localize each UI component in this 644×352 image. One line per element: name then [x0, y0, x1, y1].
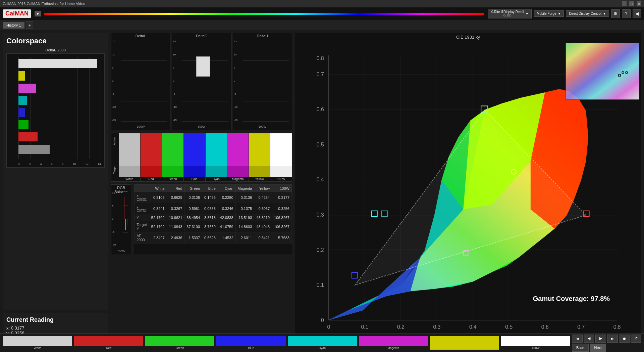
delta-l-chart: DeltaL 15 10 5 0 -5 -10 -15 100 — [111, 33, 170, 130]
row-x-magenta: 0.3136 — [235, 192, 254, 203]
svg-text:0.8: 0.8 — [613, 324, 621, 330]
nav-skip-end[interactable]: ⏭ — [607, 335, 618, 343]
delta-l-title: DeltaL — [112, 34, 169, 38]
delta-h-title: DeltaH — [234, 34, 291, 38]
middle-bottom-row: RGB Balance 1 — [111, 184, 292, 255]
row-y-magenta: 0.1375 — [235, 203, 254, 214]
row-Y-magenta: 13.5193 — [235, 214, 254, 221]
chip-blue[interactable]: Blue — [216, 336, 286, 350]
nav-refresh[interactable]: ↺ — [631, 335, 641, 343]
main-content: Colorspace DeltaE 2000 — [0, 30, 644, 352]
deltae-label: DeltaE 2000 — [6, 48, 105, 52]
chip-cyan[interactable]: Cyan — [287, 336, 357, 350]
top-right-controls: X-Rite i1Display Retail OLED ▼ Mobile Fo… — [488, 9, 641, 18]
help-button[interactable]: ? — [622, 9, 631, 18]
col-header-white: White — [149, 185, 167, 192]
row-targety-yellow: 48.4043 — [254, 221, 272, 232]
svg-text:0: 0 — [327, 324, 330, 330]
restore-button[interactable]: □ — [629, 1, 634, 6]
nav-row2: Back Next — [572, 344, 641, 352]
col-header-yellow: Yellow — [254, 185, 272, 192]
row-x-yellow: 0.4234 — [254, 192, 272, 203]
row-de-cyan: 1.4532 — [218, 232, 235, 244]
col-header-green: Green — [184, 185, 202, 192]
row-Y-blue: 3.8518 — [202, 214, 218, 221]
settings-button[interactable]: ⚙ — [611, 9, 620, 18]
close-button[interactable]: ✕ — [637, 1, 641, 6]
rgb-inner — [123, 191, 128, 246]
bar-magenta — [18, 84, 36, 93]
device2-label: Mobile Forge — [537, 12, 556, 15]
add-tab-button[interactable]: + — [26, 21, 33, 29]
col-header-label — [135, 185, 149, 192]
row-targety-cyan: 41.0759 — [218, 221, 235, 232]
swatch-cyan-actual — [206, 133, 227, 166]
bottom-bar: White Red Green Blue Cyan Magenta 100W ⏮… — [0, 334, 644, 352]
data-table: White Red Green Blue Cyan Magenta Yellow… — [134, 185, 292, 244]
chip-magenta[interactable]: Magenta — [359, 336, 428, 350]
current-x: x: 0.3177 — [6, 325, 105, 331]
nav-next-arrow[interactable]: ▶ — [595, 335, 606, 343]
device1-label: X-Rite i1Display Retail — [491, 10, 524, 14]
delta-l-y-labels: 15 10 5 0 -5 -10 -15 — [112, 40, 116, 122]
next-button[interactable]: Next — [590, 344, 606, 352]
swatch-magenta-actual — [227, 133, 249, 166]
chip-watermark-color — [430, 336, 499, 350]
row-y-blue: 0.0583 — [202, 203, 218, 214]
ref-dot-3 — [625, 71, 628, 74]
swatch-blue-label: Blue — [184, 177, 205, 181]
minimize-button[interactable]: ─ — [622, 1, 627, 6]
back-button[interactable]: Back — [572, 344, 589, 352]
device2-button[interactable]: Mobile Forge ▼ — [534, 10, 564, 17]
swatch-yellow: Yellow — [249, 133, 271, 181]
swatch-yellow-target — [249, 166, 270, 177]
swatches-container: White Red Green Blue — [119, 133, 292, 181]
nav-skip-start[interactable]: ⏮ — [572, 335, 583, 343]
swatch-cyan-label: Cyan — [206, 177, 227, 181]
chip-100w[interactable]: 100W — [501, 336, 571, 350]
nav-prev[interactable]: ◀ — [584, 335, 594, 343]
nav-record[interactable]: ⏺ — [619, 335, 630, 343]
delta-h-y-labels: 15 10 5 0 -5 -10 -15 — [234, 40, 238, 122]
row-Y-green: 38.4954 — [184, 214, 202, 221]
cie-panel: CIE 1931 xy — [295, 33, 641, 349]
chip-green[interactable]: Green — [145, 336, 215, 350]
row-targety-label: Target Y — [135, 221, 149, 232]
color-swatches: Actual Target White Red — [111, 133, 292, 182]
x-label-8: 8 — [62, 162, 63, 166]
chip-watermark[interactable] — [430, 336, 499, 350]
chip-blue-color — [216, 336, 285, 346]
row-x-white: 0.3108 — [149, 192, 167, 203]
bar-blue — [18, 108, 25, 117]
svg-text:0.1: 0.1 — [361, 324, 368, 330]
swatch-white-target — [119, 166, 140, 177]
swatch-blue-target — [184, 166, 205, 177]
current-reading-title: Current Reading — [6, 316, 105, 323]
chip-white[interactable]: White — [3, 336, 72, 350]
row-x-red: 0.6629 — [167, 192, 184, 203]
row-targety-magenta: 14.8603 — [235, 221, 254, 232]
table-row: ΔE 2000 2.3497 2.4936 1.5337 0.5628 1.45… — [135, 232, 292, 244]
row-targety-blue: 3.7659 — [202, 221, 218, 232]
actual-label: Actual — [113, 137, 116, 145]
logo-dropdown-button[interactable]: ▼ — [35, 11, 41, 16]
chip-magenta-color — [359, 336, 428, 346]
chip-cyan-label: Cyan — [319, 346, 326, 350]
chip-red[interactable]: Red — [74, 336, 144, 350]
collapse-button[interactable]: ◀ — [633, 9, 641, 18]
svg-text:0.7: 0.7 — [317, 72, 324, 77]
svg-text:0.6: 0.6 — [317, 106, 324, 112]
tab-history1[interactable]: History 1 — [3, 22, 24, 29]
x-label-4: 4 — [40, 162, 42, 166]
col-header-blue: Blue — [202, 185, 218, 192]
device3-button[interactable]: Direct Display Control ▼ — [566, 10, 609, 17]
delta-h-chart: DeltaH 15 10 5 0 -5 -10 -15 100 — [233, 33, 292, 130]
middle-panel: DeltaL 15 10 5 0 -5 -10 -15 100 — [111, 33, 292, 349]
chip-red-color — [74, 336, 143, 346]
device1-button[interactable]: X-Rite i1Display Retail OLED ▼ — [488, 9, 532, 18]
svg-text:0.3: 0.3 — [317, 212, 324, 218]
ref-dot-1 — [618, 74, 621, 77]
bar-yellow — [18, 71, 25, 80]
row-x-blue: 0.1485 — [202, 192, 218, 203]
row-y-red: 0.3267 — [167, 203, 184, 214]
